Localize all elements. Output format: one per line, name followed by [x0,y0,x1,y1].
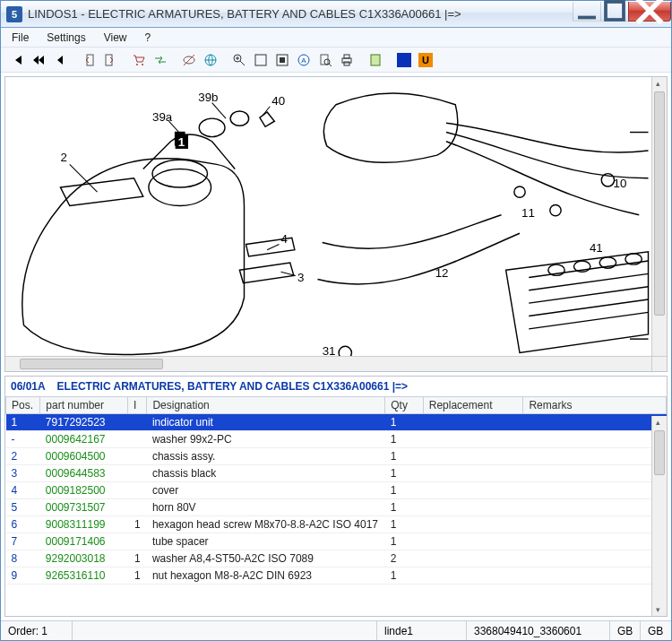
close-button[interactable] [628,2,671,22]
callout-11: 11 [521,206,535,220]
cell-remarks [523,533,667,550]
menu-help[interactable]: ? [138,30,159,46]
zoom-region-icon[interactable] [272,50,292,70]
eye-off-icon[interactable] [179,50,199,70]
table-row[interactable]: -0009642167washer 99x2-PC1 [6,431,667,448]
table-row[interactable]: 40009182500cover1 [6,482,667,499]
cart-icon[interactable] [129,50,149,70]
cell-replacement [423,533,523,550]
status-lang2: GB [641,621,671,640]
table-row[interactable]: 892920030181washer A8,4-ST50-A2C ISO 708… [6,550,667,567]
search-doc-icon[interactable] [315,50,335,70]
flag-orange-u-icon[interactable]: U [416,50,435,70]
col-partnumber[interactable]: part number [40,397,128,414]
cell-designation: chassis assy. [147,448,385,465]
nav-first-icon[interactable] [7,50,27,70]
col-qty[interactable]: Qty [385,397,424,414]
cell-partnumber: 9265316110 [40,567,128,585]
cell-i [128,499,147,516]
table-row[interactable]: 992653161101nut hexagon M8-8-A2C DIN 692… [6,567,667,585]
transfer-icon[interactable] [151,50,170,70]
table-row[interactable]: 17917292523indicator unit1 [6,414,667,431]
cell-pos: - [6,431,40,448]
window-title: LINDOS1 - ELECTRIC ARMATURES, BATTERY AN… [28,7,573,21]
menu-view[interactable]: View [97,30,134,46]
table-header[interactable]: Pos. part number I Designation Qty Repla… [6,397,667,414]
cell-qty: 1 [385,533,424,550]
cell-qty: 1 [385,482,424,499]
cell-partnumber: 9008311199 [40,516,128,533]
svg-rect-4 [87,55,93,65]
globe-icon[interactable] [201,50,220,70]
section-name: ELECTRIC ARMATURES, BATTERY AND CABLES C… [57,380,408,393]
svg-rect-26 [371,55,380,65]
cell-designation: tube spacer [147,533,385,550]
cell-i [128,448,147,465]
nav-fastback-icon[interactable] [29,50,48,70]
svg-point-31 [230,111,249,126]
col-pos[interactable]: Pos. [6,397,40,414]
diagram-scrollbar-horizontal[interactable] [5,356,651,371]
cell-remarks [523,499,667,516]
table-row[interactable]: 70009171406tube spacer1 [6,533,667,550]
col-remarks[interactable]: Remarks [523,397,667,414]
cell-pos: 9 [6,567,40,585]
cell-i [128,482,147,499]
callout-40: 40 [271,94,285,108]
minimize-button[interactable] [573,2,601,22]
cell-remarks [523,448,667,465]
zoom-fit-icon[interactable] [251,50,271,70]
table-scrollbar-vertical[interactable] [651,416,667,616]
svg-rect-15 [255,55,266,65]
svg-point-7 [142,64,143,65]
section-title: 06/01A ELECTRIC ARMATURES, BATTERY AND C… [5,377,667,396]
cell-replacement [423,414,523,431]
cell-i [128,533,147,550]
cell-qty: 1 [385,448,424,465]
diagram-scrollbar-vertical[interactable] [651,77,667,356]
svg-point-6 [136,64,138,65]
col-designation[interactable]: Designation [147,397,385,414]
table-row[interactable]: 30009644583chassis black1 [6,465,667,482]
parts-table[interactable]: Pos. part number I Designation Qty Repla… [5,396,667,585]
print-icon[interactable] [337,50,357,70]
nav-back-icon[interactable] [50,50,70,70]
table-row[interactable]: 50009731507horn 80V1 [6,499,667,516]
status-spacer [73,621,377,640]
col-replacement[interactable]: Replacement [423,397,523,414]
bookmark-next-icon[interactable] [100,50,120,70]
app-icon: 5 [6,6,22,22]
maximize-button[interactable] [600,2,629,22]
table-row[interactable]: 20009604500chassis assy.1 [6,448,667,465]
scroll-corner [651,356,667,371]
menu-settings[interactable]: Settings [39,30,92,46]
cell-replacement [423,448,523,465]
parts-diagram[interactable]: 2 39a 39b 40 1 4 3 10 11 12 41 31 [5,77,667,371]
cell-partnumber: 0009604500 [40,448,128,465]
cell-partnumber: 7917292523 [40,414,128,431]
cell-remarks [523,516,667,533]
svg-line-44 [212,103,226,118]
titlebar[interactable]: 5 LINDOS1 - ELECTRIC ARMATURES, BATTERY … [1,1,671,28]
callout-12: 12 [435,266,449,280]
cell-replacement [423,482,523,499]
cell-remarks [523,431,667,448]
select-a-icon[interactable]: A [294,50,314,70]
section-code: 06/01A [11,380,45,393]
cell-replacement [423,465,523,482]
cell-pos: 3 [6,465,40,482]
cell-pos: 5 [6,499,40,516]
diagram-pane[interactable]: 2 39a 39b 40 1 4 3 10 11 12 41 31 [4,76,668,372]
col-i[interactable]: I [128,397,147,414]
flag-blue-icon[interactable] [394,50,414,70]
cell-qty: 1 [385,516,424,533]
cell-replacement [423,431,523,448]
menu-file[interactable]: File [4,30,36,46]
table-row[interactable]: 690083111991hexagon head screw M8x70-8.8… [6,516,667,533]
note-icon[interactable] [366,50,385,70]
cell-designation: nut hexagon M8-8-A2C DIN 6923 [147,567,385,585]
svg-text:A: A [301,56,306,65]
cell-partnumber: 0009644583 [40,465,128,482]
zoom-in-icon[interactable] [229,50,249,70]
bookmark-prev-icon[interactable] [79,50,99,70]
